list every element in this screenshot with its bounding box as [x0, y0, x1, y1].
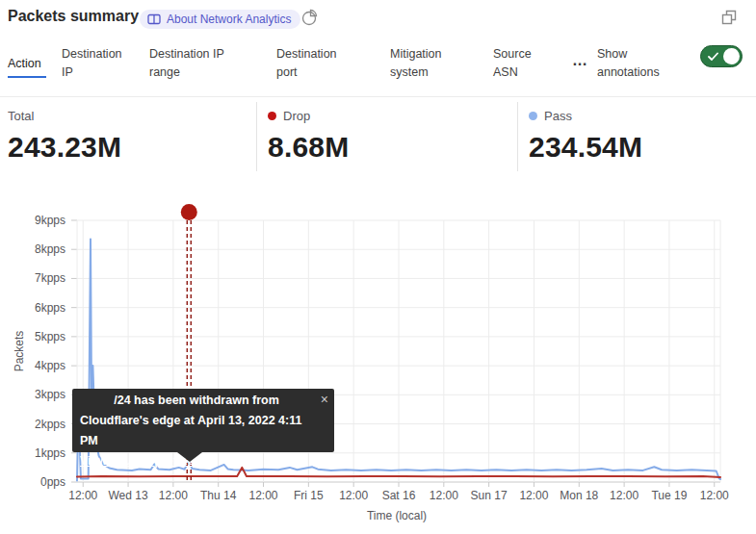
popout-icon[interactable]	[721, 10, 737, 29]
annotation-message-line2: Cloudflare's edge at April 13, 2022 4:11…	[80, 411, 313, 451]
stat-pass: Pass 234.54M	[529, 108, 642, 164]
annotation-message-line1: /24 has been withdrawn from	[80, 391, 313, 411]
x-tick-label: 12:00	[421, 488, 467, 503]
stat-pass-label: Pass	[544, 109, 572, 123]
tab-destination-ip[interactable]: Destination IP	[62, 45, 131, 82]
x-axis-title: Time (local)	[71, 509, 722, 522]
y-tick-label: 9kpps	[0, 213, 65, 228]
tab-destination-port-label: Destination port	[276, 47, 337, 79]
stat-pass-value: 234.54M	[529, 131, 642, 164]
book-icon	[147, 13, 161, 25]
x-tick-label: Sun 17	[466, 488, 512, 503]
tooltip-pointer	[177, 452, 202, 462]
x-tick-label: 12:00	[691, 488, 738, 503]
y-tick-label: 7kpps	[0, 270, 65, 286]
y-tick-label: 8kpps	[0, 242, 65, 257]
x-tick-label: Thu 14	[196, 488, 242, 503]
annotation-marker[interactable]	[181, 204, 197, 220]
toggle-knob	[723, 48, 740, 64]
tab-mitigation-system-label: Mitigation system	[390, 47, 442, 79]
about-badge-label: About Network Analytics	[167, 13, 291, 26]
tab-mitigation-system[interactable]: Mitigation system	[390, 45, 459, 82]
tab-destination-ip-range[interactable]: Destination IP range	[149, 45, 238, 82]
x-tick-label: 12:00	[510, 488, 557, 503]
show-annotations-toggle[interactable]	[700, 45, 743, 67]
x-tick-label: 12:00	[241, 488, 287, 503]
y-tick-label: 5kpps	[0, 329, 65, 344]
packets-summary-card: Packets summary About Network Analytics …	[0, 0, 756, 534]
tab-source-asn-label: Source ASN	[493, 47, 532, 79]
about-network-analytics-badge[interactable]: About Network Analytics	[140, 10, 300, 29]
stat-total-value: 243.23M	[8, 131, 121, 164]
y-tick-label: 3kpps	[0, 387, 65, 402]
divider	[517, 102, 518, 171]
y-tick-label: 2kpps	[0, 417, 65, 432]
close-icon[interactable]: ×	[321, 390, 328, 410]
stat-drop-label: Drop	[283, 109, 310, 123]
y-tick-label: 6kpps	[0, 300, 65, 316]
page-title: Packets summary	[8, 8, 139, 25]
divider	[256, 102, 257, 171]
drop-dot-icon	[268, 112, 276, 120]
x-tick-label: Tue 19	[646, 488, 692, 503]
divider	[0, 96, 756, 97]
x-tick-label: Mon 18	[556, 488, 602, 503]
tab-action[interactable]: Action	[8, 55, 46, 73]
check-icon	[708, 52, 718, 62]
x-tick-label: 12:00	[601, 488, 647, 503]
show-annotations-label: Show annotations	[597, 45, 680, 82]
x-tick-label: 12:00	[330, 488, 377, 503]
more-tabs-icon[interactable]: …	[572, 52, 588, 69]
tab-source-asn[interactable]: Source ASN	[493, 45, 543, 82]
stat-total-label: Total	[8, 109, 34, 123]
tab-destination-ip-label: Destination IP	[62, 47, 122, 79]
tab-destination-port[interactable]: Destination port	[276, 45, 352, 82]
x-tick-label: 12:00	[60, 488, 106, 503]
x-axis-labels: 12:00Wed 1312:00Thu 1412:00Fri 1512:00Sa…	[0, 488, 756, 503]
y-tick-label: 4kpps	[0, 358, 65, 373]
time-window-icon[interactable]	[300, 9, 318, 30]
tab-action-label: Action	[8, 57, 41, 70]
annotation-tooltip: /24 has been withdrawn from Cloudflare's…	[72, 389, 334, 452]
stat-drop-value: 8.68M	[268, 131, 349, 164]
packets-chart: Packets 0pps1kpps2kpps3kpps4kpps5kpps6kp…	[0, 202, 756, 534]
pass-dot-icon	[529, 112, 537, 120]
tab-destination-ip-range-label: Destination IP range	[149, 47, 224, 79]
x-tick-label: Fri 15	[285, 488, 331, 503]
x-tick-label: 12:00	[150, 488, 196, 503]
stat-total: Total 243.23M	[8, 108, 121, 164]
y-tick-label: 1kpps	[0, 445, 65, 461]
x-tick-label: Wed 13	[105, 488, 151, 503]
x-tick-label: Sat 16	[376, 488, 422, 503]
stat-drop: Drop 8.68M	[268, 108, 349, 164]
